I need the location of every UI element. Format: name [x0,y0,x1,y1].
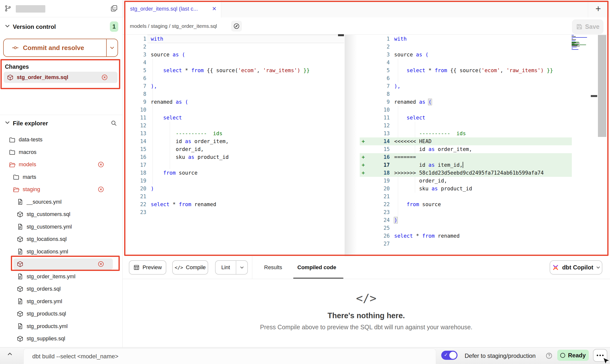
code-line-17[interactable]: 17 [125,161,344,169]
file-tree-item-staging[interactable]: staging [0,183,122,196]
code-line-3[interactable]: 3source as ( [125,51,344,59]
file-tree-item-macros[interactable]: macros [0,146,122,158]
code-pane-right[interactable]: 1with23source as (45 select * from {{ so… [360,35,609,248]
lint-button[interactable]: Lint [215,260,248,275]
code-line-13[interactable]: 13 ---------- ids [125,130,344,137]
code-line-9[interactable]: 9renamed as ( [360,98,572,106]
code-line-6[interactable]: 6 [360,74,572,82]
code-line-20[interactable]: 20) [125,185,344,193]
tab-stg-order-items[interactable]: stg_order_items.sql (last c... ✕ [125,0,221,17]
help-icon[interactable] [545,352,553,359]
code-line-9[interactable]: 9renamed as ( [125,98,344,106]
code-line-17[interactable]: +17 id as item_id, [360,161,572,169]
file-tree-item-models[interactable]: models [0,158,122,171]
code-line-7[interactable]: 7), [360,82,572,90]
code-line-19[interactable]: 19 order_id, [360,177,572,185]
code-line-13[interactable]: 13 ---------- ids [360,130,572,137]
new-tab-button[interactable]: + [591,2,606,16]
file-tree-item-stg_order_items.yml[interactable]: stg_order_items.yml [0,270,122,283]
code-line-21[interactable]: 21 [125,193,344,200]
lineage-button[interactable] [231,21,242,32]
dbt-copilot-button[interactable]: dbt Copilot [550,260,602,275]
file-tree-item-stg_orders.yml[interactable]: stg_orders.yml [0,295,122,308]
minimap[interactable] [571,35,590,51]
file-tree-item-stg_products.yml[interactable]: stg_products.yml [0,320,122,332]
right-scrollbar-thumb[interactable] [598,35,606,137]
code-line-11[interactable]: 11 select [360,114,572,122]
conflict-icon[interactable] [101,74,108,81]
code-line-18[interactable]: 18 from source [125,169,344,177]
code-line-14[interactable]: 14 id as order_item, [125,137,344,145]
copy-icon[interactable] [110,5,118,12]
code-line-16[interactable]: +16======= [360,153,572,161]
code-line-23[interactable]: 23 [360,208,572,216]
code-line-10[interactable]: 10 [125,106,344,114]
code-line-15[interactable]: 15 id as order_item, [360,145,572,153]
file-tree-item-stg_locations.sql[interactable]: stg_locations.sql [0,233,122,245]
code-line-12[interactable]: 12 [125,122,344,130]
code-line-26[interactable]: 26select * from renamed [360,232,572,240]
close-icon[interactable]: ✕ [212,6,217,12]
commit-dropdown-chevron[interactable] [106,39,118,56]
file-tree-item-stg_orders.sql[interactable]: stg_orders.sql [0,283,122,295]
file-tree-item-stg_customers.yml[interactable]: stg_customers.yml [0,221,122,233]
left-scroll-thumb[interactable] [338,34,344,36]
commit-and-resolve-button[interactable]: Commit and resolve [3,39,118,57]
chevron-down-icon[interactable] [5,24,10,28]
file-tree-item-marts[interactable]: marts [0,171,122,183]
code-line-8[interactable]: 8 [360,90,572,98]
file-tree-item-stg_customers.sql[interactable]: stg_customers.sql [0,208,122,220]
code-line-14[interactable]: +14<<<<<<< HEAD [360,137,572,145]
chevron-up-icon[interactable] [7,352,12,356]
code-line-10[interactable]: 10 [360,106,572,114]
code-line-12[interactable]: 12 [360,122,572,130]
status-badge[interactable]: Ready [557,350,589,361]
code-line-11[interactable]: 11 select [125,114,344,122]
code-line-3[interactable]: 3source as ( [360,51,572,59]
code-line-22[interactable]: 22select * from renamed [125,200,344,208]
file-tree-item-stg_locations.yml[interactable]: stg_locations.yml [0,246,122,258]
conflict-icon[interactable] [98,161,104,168]
tab-results[interactable]: Results [264,256,282,279]
file-tree-item-data-tests[interactable]: data-tests [0,133,122,146]
code-line-22[interactable]: 22 from source [360,200,572,208]
search-icon[interactable] [110,120,117,127]
lint-dropdown-chevron[interactable] [236,261,247,274]
code-line-20[interactable]: 20 sku as product_id [360,185,572,193]
preview-button[interactable]: Preview [129,260,166,275]
code-line-8[interactable]: 8 [125,90,344,98]
file-tree-item-stg_order_items.sql[interactable]: stg_order_items.sql [0,258,122,270]
conflict-icon[interactable] [98,261,104,267]
defer-toggle[interactable]: ✓ [441,351,458,360]
code-line-19[interactable]: 19 [125,177,344,185]
code-line-4[interactable]: 4 [360,59,572,66]
code-line-21[interactable]: 21 [360,193,572,200]
code-line-16[interactable]: 16 sku as product_id [125,153,344,161]
code-line-18[interactable]: +18>>>>>>> 58c1dd23d5eebd9cd2495fa7124ab… [360,169,572,177]
code-line-25[interactable]: 25 [360,224,572,232]
file-tree-item-stg_supplies.sql[interactable]: stg_supplies.sql [0,332,122,345]
code-line-2[interactable]: 2 [360,43,572,51]
code-line-7[interactable]: 7), [125,82,344,90]
file-tree-item-stg_products.sql[interactable]: stg_products.sql [0,308,122,320]
code-line-5[interactable]: 5 select * from {{ source('ecom', 'raw_i… [125,66,344,74]
code-line-1[interactable]: 1with [360,35,572,43]
code-line-23[interactable]: 23 [125,208,344,216]
code-line-27[interactable]: 27 [360,240,572,248]
code-line-15[interactable]: 15 order_id, [125,145,344,153]
tab-compiled-code[interactable]: Compiled code [297,256,336,279]
changed-file-row[interactable]: stg_order_items.sql [4,72,118,83]
chevron-down-icon[interactable] [5,121,10,124]
code-line-24[interactable]: 24) [360,216,572,224]
code-pane-left[interactable]: 1with23source as (45 select * from {{ so… [125,35,344,216]
save-button[interactable]: Save [572,19,603,34]
code-line-2[interactable]: 2 [125,43,344,51]
conflict-icon[interactable] [98,186,104,193]
code-line-6[interactable]: 6 [125,74,344,82]
code-line-4[interactable]: 4 [125,59,344,66]
file-tree-item-__sources.yml[interactable]: __sources.yml [0,196,122,208]
code-line-5[interactable]: 5 select * from {{ source('ecom', 'raw_i… [360,66,572,74]
compile-button[interactable]: </> Compile [172,260,208,275]
branch-name-redacted[interactable] [16,5,45,13]
code-line-1[interactable]: 1with [125,35,344,43]
